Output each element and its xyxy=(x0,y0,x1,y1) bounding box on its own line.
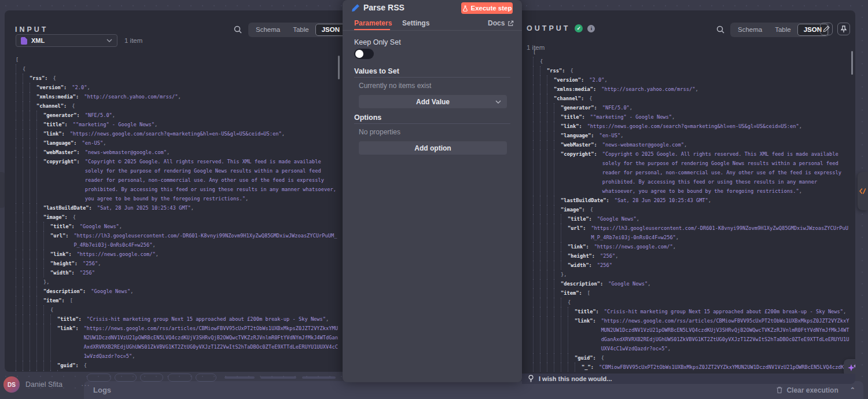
json-line: "title":"Google News", xyxy=(16,222,338,231)
success-check-icon: ✓ xyxy=(575,24,583,32)
input-source-value: XML xyxy=(31,37,102,44)
xml-file-icon xyxy=(21,37,27,45)
json-line: "webMaster":"news-webmaster@google.com", xyxy=(16,148,338,157)
node-pencil-icon xyxy=(351,3,360,12)
output-scrollbar[interactable] xyxy=(851,51,853,75)
json-line: "description":"Google News", xyxy=(533,279,851,288)
json-line: [ xyxy=(16,55,338,64)
right-drawer-handle[interactable] xyxy=(858,172,868,210)
json-line: "_":"CBMiowFBVV95cUxPT2tObWs1UXBxMkpsZ0J… xyxy=(16,370,338,372)
keep-only-set-toggle[interactable] xyxy=(354,49,374,59)
external-link-icon xyxy=(507,20,514,27)
json-line: "link":"https://news.google.com/", xyxy=(16,250,338,259)
node-title: Parse RSS xyxy=(363,3,404,12)
search-icon[interactable] xyxy=(716,25,725,34)
json-line: "link":"https://news.google.com/rss/arti… xyxy=(16,324,338,361)
user-menu[interactable]: DS Daniel Sfita ··· xyxy=(3,376,90,393)
pin-data-button[interactable] xyxy=(837,23,850,35)
json-line: { xyxy=(533,298,851,307)
json-line: "webMaster":"news-webmaster@google.com", xyxy=(533,140,851,149)
options-heading: Options xyxy=(354,114,381,122)
json-line: "height":"256", xyxy=(16,259,338,268)
options-empty-text: No properties xyxy=(359,128,400,136)
user-menu-dots-icon[interactable]: ··· xyxy=(81,380,90,389)
json-line: "description":"Google News", xyxy=(16,287,338,296)
search-icon[interactable] xyxy=(233,25,242,34)
json-line: "link":"https://news.google.com/", xyxy=(533,242,851,251)
tab-table[interactable]: Table xyxy=(286,24,315,36)
tab-schema[interactable]: Schema xyxy=(249,24,286,36)
json-line: "title":"Google News", xyxy=(533,214,851,224)
values-empty-text: Currently no items exist xyxy=(359,82,431,90)
json-line: "copyright":"Copyright © 2025 Google. Al… xyxy=(16,157,338,203)
input-view-switcher: Schema Table JSON xyxy=(248,23,343,37)
json-line: "language":"en-US", xyxy=(533,131,851,140)
output-view-switcher: Schema Table JSON xyxy=(730,23,829,37)
json-line: "title":""marketing" - Google News", xyxy=(16,120,338,129)
toggle-knob xyxy=(355,50,363,58)
values-to-set-heading: Values to Set xyxy=(354,67,399,75)
json-line: }, xyxy=(16,277,338,287)
json-line: "url":"https://lh3.googleusercontent.com… xyxy=(533,224,851,242)
edit-output-button[interactable] xyxy=(820,23,833,35)
tab-json[interactable]: JSON xyxy=(315,24,343,36)
section-divider xyxy=(354,123,510,124)
tab-settings[interactable]: Settings xyxy=(402,19,429,27)
tab-schema[interactable]: Schema xyxy=(731,24,768,36)
json-line: { xyxy=(16,305,338,314)
collapse-chevron-icon[interactable]: ⌃ xyxy=(850,386,855,394)
avatar[interactable]: DS xyxy=(3,376,20,393)
json-line: "lastBuildDate":"Sat, 28 Jun 2025 10:25:… xyxy=(16,203,338,213)
logs-label: Logs xyxy=(93,386,111,394)
json-line: "xmlns:media":"http://search.yahoo.com/m… xyxy=(16,92,338,101)
input-json-view: [{"rss":{"version":"2.0","xmlns:media":"… xyxy=(5,55,343,372)
json-line: "generator":"NFE/5.0", xyxy=(16,111,338,120)
json-line: "guid":{ xyxy=(533,353,851,363)
json-line: "rss":{ xyxy=(533,66,851,75)
flask-icon xyxy=(462,5,468,12)
tab-parameters[interactable]: Parameters xyxy=(354,19,392,27)
json-line: "xmlns:media":"http://search.yahoo.com/m… xyxy=(533,85,851,94)
input-items-count: 1 item xyxy=(124,37,142,44)
output-title: OUTPUT xyxy=(527,24,570,32)
json-line: "channel":{ xyxy=(16,101,338,111)
output-json-view: [{"rss":{"version":"2.0","xmlns:media":"… xyxy=(522,47,855,374)
json-line: { xyxy=(533,57,851,66)
info-icon[interactable]: i xyxy=(587,25,595,32)
json-line: "rss":{ xyxy=(16,74,338,83)
json-line: "image":{ xyxy=(16,213,338,222)
execute-step-button[interactable]: Execute step xyxy=(461,2,513,14)
node-feedback-text: I wish this node would... xyxy=(539,375,612,382)
json-line: "title":"Crisis-hit marketing group Next… xyxy=(533,307,851,316)
input-scrollbar[interactable] xyxy=(338,56,340,79)
docs-link[interactable]: Docs xyxy=(488,19,514,27)
json-line: "lastBuildDate":"Sat, 28 Jun 2025 10:25:… xyxy=(533,196,851,205)
section-divider xyxy=(354,77,510,78)
clear-execution-button[interactable]: Clear execution ⌃ xyxy=(776,386,855,394)
json-line: }, xyxy=(533,270,851,279)
json-line: "image":{ xyxy=(533,205,851,214)
json-line: "title":""marketing" - Google News", xyxy=(533,112,851,122)
user-name: Daniel Sfita xyxy=(25,380,62,389)
node-feedback-bar[interactable]: I wish this node would... xyxy=(522,374,855,384)
add-value-button[interactable]: Add Value xyxy=(359,95,507,108)
input-source-select[interactable]: XML xyxy=(16,34,117,47)
json-line: "version":"2.0", xyxy=(533,75,851,85)
lightbulb-icon xyxy=(528,375,534,383)
json-line: "language":"en-US", xyxy=(16,138,338,148)
json-line: "channel":{ xyxy=(533,94,851,103)
json-line: "width":"256" xyxy=(16,268,338,277)
pin-icon xyxy=(840,25,847,33)
sparkles-icon xyxy=(847,363,855,373)
ai-assistant-button[interactable] xyxy=(844,359,855,374)
tab-table[interactable]: Table xyxy=(768,24,797,36)
chevron-down-icon xyxy=(495,100,501,104)
add-option-button[interactable]: Add option xyxy=(359,141,507,155)
json-line: "guid":{ xyxy=(16,361,338,370)
json-line: "generator":"NFE/5.0", xyxy=(533,103,851,112)
json-line: "copyright":"Copyright © 2025 Google. Al… xyxy=(533,149,851,196)
json-line: "item":[ xyxy=(16,296,338,305)
json-line: "link":"https://news.google.com/rss/arti… xyxy=(533,316,851,353)
json-line: "version":"2.0", xyxy=(16,83,338,92)
node-details-panel: Parse RSS Execute step Parameters Settin… xyxy=(343,0,522,382)
